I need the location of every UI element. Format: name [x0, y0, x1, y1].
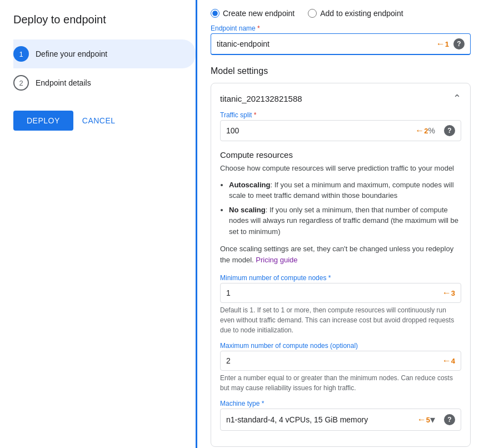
pricing-note: Once scaling settings are set, they can'…: [220, 243, 461, 265]
traffic-split-input[interactable]: [226, 126, 415, 135]
model-settings-title: Model settings: [211, 66, 471, 76]
min-nodes-input[interactable]: [226, 288, 442, 297]
compute-bullets: Autoscaling: If you set a minimum and ma…: [229, 180, 461, 237]
annotation-arrow-1: ←: [436, 39, 445, 49]
create-new-radio[interactable]: [211, 9, 219, 18]
collapse-icon[interactable]: ⌃: [453, 92, 461, 104]
min-nodes-field: Minimum number of compute nodes * ← 3 De…: [220, 274, 461, 335]
bullet-autoscaling: Autoscaling: If you set a minimum and ma…: [229, 180, 461, 201]
annotation-arrow-3: ←: [442, 288, 451, 298]
add-existing-radio[interactable]: [308, 9, 317, 18]
model-card-header: titanic_202132821588 ⌃: [220, 92, 461, 104]
annotation-arrow-5: ←: [417, 415, 426, 425]
min-nodes-input-wrap: ← 3: [220, 283, 461, 303]
step-1[interactable]: 1 Define your endpoint: [13, 39, 196, 68]
endpoint-name-input-wrap: ← 1 ?: [211, 33, 471, 55]
max-nodes-hint: Enter a number equal to or greater than …: [220, 373, 461, 393]
sidebar: Deploy to endpoint 1 Define your endpoin…: [0, 0, 197, 448]
machine-type-help-icon[interactable]: ?: [444, 414, 455, 425]
page-title: Deploy to endpoint: [13, 13, 196, 26]
bullet-no-scaling: No scaling: If you only set a minimum, t…: [229, 205, 461, 237]
model-card: titanic_202132821588 ⌃ Traffic split * ←…: [211, 83, 471, 447]
traffic-split-input-wrap: ← 2 % ?: [220, 120, 461, 141]
cancel-button[interactable]: CANCEL: [82, 111, 116, 131]
machine-type-label: Machine type *: [220, 400, 461, 407]
annotation-arrow-2: ←: [415, 126, 424, 136]
endpoint-name-field: Endpoint name * ← 1 ?: [211, 24, 471, 55]
max-nodes-input-wrap: ← 4: [220, 351, 461, 371]
machine-type-input-wrap: n1-standard-4, 4 vCPUs, 15 GiB memory ← …: [220, 409, 461, 431]
max-nodes-field: Maximum number of compute nodes (optiona…: [220, 342, 461, 393]
traffic-split-label: Traffic split *: [220, 111, 461, 119]
min-nodes-hint: Default is 1. If set to 1 or more, then …: [220, 305, 461, 335]
machine-type-dropdown-icon[interactable]: ▾: [430, 414, 435, 426]
step-2-label: Endpoint details: [36, 78, 91, 87]
traffic-split-field: Traffic split * ← 2 % ?: [220, 111, 461, 141]
traffic-help-icon[interactable]: ?: [444, 125, 455, 136]
action-buttons: DEPLOY CANCEL: [13, 111, 196, 131]
model-name: titanic_202132821588: [220, 94, 302, 103]
endpoint-type-options: Create new endpoint Add to existing endp…: [211, 0, 471, 24]
max-nodes-label: Maximum number of compute nodes (optiona…: [220, 342, 461, 350]
annotation-arrow-4: ←: [442, 356, 451, 366]
min-nodes-label: Minimum number of compute nodes *: [220, 274, 461, 282]
main-content: Create new endpoint Add to existing endp…: [197, 0, 484, 448]
machine-type-field: Machine type * n1-standard-4, 4 vCPUs, 1…: [220, 400, 461, 431]
pricing-guide-link[interactable]: Pricing guide: [256, 256, 297, 264]
annotation-num-1: 1: [445, 40, 449, 48]
endpoint-name-label: Endpoint name *: [211, 24, 471, 32]
max-nodes-input[interactable]: [226, 356, 442, 365]
annotation-num-2: 2: [424, 127, 428, 135]
deploy-button[interactable]: DEPLOY: [13, 111, 73, 131]
machine-type-value[interactable]: n1-standard-4, 4 vCPUs, 15 GiB memory: [226, 415, 417, 424]
step-1-label: Define your endpoint: [36, 49, 107, 58]
annotation-num-4: 4: [451, 357, 455, 365]
traffic-suffix: %: [428, 126, 435, 135]
annotation-num-3: 3: [451, 289, 455, 297]
compute-resources-title: Compute resources: [220, 150, 461, 160]
step-2-circle: 2: [13, 75, 29, 91]
endpoint-name-input[interactable]: [217, 39, 436, 48]
create-new-option[interactable]: Create new endpoint: [211, 9, 295, 18]
add-existing-option[interactable]: Add to existing endpoint: [308, 9, 403, 18]
annotation-num-5: 5: [426, 416, 430, 424]
step-1-circle: 1: [13, 46, 29, 62]
compute-resources-desc: Choose how compute resources will serve …: [220, 163, 461, 174]
step-2[interactable]: 2 Endpoint details: [13, 68, 196, 97]
endpoint-name-help-icon[interactable]: ?: [453, 38, 465, 49]
